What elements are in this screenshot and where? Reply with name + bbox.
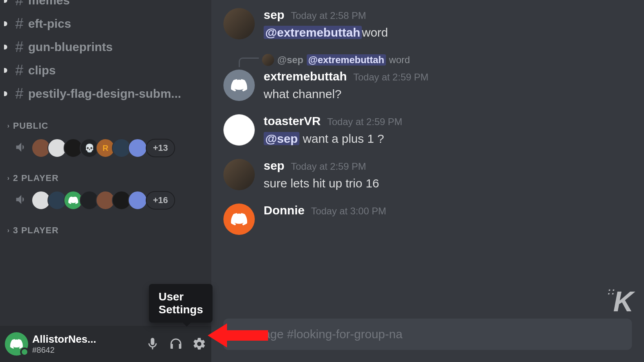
message[interactable]: toasterVR Today at 2:59 PM @sep want a p… [223, 114, 632, 148]
message[interactable]: Donnie Today at 3:00 PM [223, 204, 632, 235]
message-author[interactable]: extremebuttah [264, 70, 347, 83]
voice-channel-header[interactable]: › 3 PLAYER [7, 222, 211, 239]
tooltip-text: User Settings [159, 290, 203, 316]
channel-item[interactable]: # gun-blueprints [0, 35, 211, 59]
message-content: @sep want a plus 1 ? [264, 130, 632, 148]
voice-members: +16 [7, 191, 211, 210]
channel-label: memes [28, 0, 70, 7]
message-input[interactable]: Message #looking-for-group-na [223, 319, 632, 350]
message-avatar[interactable] [223, 8, 255, 39]
channel-item[interactable]: # pestily-flag-design-subm... [0, 82, 211, 105]
voice-channel-name: PUBLIC [13, 121, 48, 131]
voice-channel-name: 3 PLAYER [13, 225, 59, 236]
voice-channel-header[interactable]: › 2 PLAYER [7, 170, 211, 187]
hash-icon: # [15, 0, 23, 9]
reply-text: word [389, 54, 410, 66]
voice-member-avatar[interactable] [128, 191, 147, 210]
hash-icon: # [15, 39, 23, 56]
channel-item[interactable]: # eft-pics [0, 12, 211, 35]
voice-section: › 2 PLAYER +16 [0, 170, 211, 210]
channel-list: # memes # eft-pics # gun-blueprints # cl… [0, 0, 211, 326]
voice-section: › 3 PLAYER [0, 222, 211, 239]
chat-main: sep Today at 2:58 PM @extremebuttahword … [211, 0, 644, 362]
voice-channel-name: 2 PLAYER [13, 173, 59, 183]
message-content: @extremebuttahword [264, 23, 632, 41]
annotation-arrow-icon [208, 315, 272, 356]
message-content: what channel? [264, 85, 632, 103]
voice-member-avatar[interactable] [128, 138, 147, 158]
member-avatars[interactable]: +16 [35, 191, 175, 210]
message-timestamp: Today at 2:59 PM [291, 161, 366, 172]
reply-reference[interactable]: @sep @extremebuttah word [239, 53, 632, 67]
watermark: ::K [607, 286, 632, 318]
message-content: sure lets hit up trio 16 [264, 174, 632, 192]
unread-indicator [4, 68, 7, 73]
hash-icon: # [15, 62, 23, 79]
hash-icon: # [15, 85, 23, 102]
self-discriminator: #8642 [32, 346, 141, 355]
speaker-icon [14, 140, 28, 156]
self-user-info[interactable]: AllistorNes... #8642 [32, 333, 141, 355]
message[interactable]: sep Today at 2:58 PM @extremebuttahword [223, 8, 632, 41]
message-timestamp: Today at 2:59 PM [327, 116, 402, 128]
user-settings-tooltip: User Settings [149, 284, 213, 323]
voice-channel-header[interactable]: › PUBLIC [7, 117, 211, 134]
message-timestamp: Today at 2:58 PM [291, 10, 366, 21]
chevron-right-icon: › [7, 227, 10, 234]
reply-author: @sep [277, 54, 303, 66]
unread-indicator [4, 91, 7, 96]
channel-label: gun-blueprints [28, 40, 113, 54]
voice-member-overflow[interactable]: +16 [146, 191, 175, 210]
chevron-right-icon: › [7, 175, 10, 182]
user-panel: AllistorNes... #8642 [0, 326, 211, 362]
message-timestamp: Today at 3:00 PM [311, 206, 386, 217]
speaker-icon [14, 193, 28, 208]
chevron-right-icon: › [7, 122, 10, 130]
user-settings-button[interactable] [192, 337, 206, 351]
status-online-icon [20, 348, 29, 356]
reply-avatar [262, 54, 274, 66]
channel-sidebar: # memes # eft-pics # gun-blueprints # cl… [0, 0, 211, 362]
channel-item[interactable]: # memes [0, 0, 211, 12]
mention[interactable]: @extremebuttah [307, 54, 386, 66]
message-author[interactable]: Donnie [264, 204, 305, 217]
message-author[interactable]: sep [264, 159, 285, 173]
channel-item[interactable]: # clips [0, 59, 211, 82]
hash-icon: # [15, 15, 23, 32]
reply-spine-icon [239, 58, 259, 67]
message-avatar[interactable] [223, 70, 255, 101]
unread-indicator [4, 45, 7, 49]
message-list[interactable]: sep Today at 2:58 PM @extremebuttahword … [211, 0, 644, 319]
mention[interactable]: @extremebuttah [264, 26, 362, 39]
voice-member-overflow[interactable]: +13 [146, 139, 175, 157]
svg-marker-2 [208, 323, 227, 348]
member-avatars[interactable]: 💀 R +13 [35, 138, 175, 158]
unread-indicator [4, 21, 7, 26]
channel-label: pestily-flag-design-subm... [28, 87, 181, 101]
unread-indicator [4, 0, 7, 3]
message-author[interactable]: sep [264, 8, 285, 22]
user-controls [145, 337, 206, 351]
channel-label: clips [28, 64, 56, 77]
mention[interactable]: @sep [264, 132, 299, 145]
message-author[interactable]: toasterVR [264, 114, 321, 128]
message[interactable]: sep Today at 2:59 PM sure lets hit up tr… [223, 159, 632, 192]
message-avatar[interactable] [223, 114, 255, 146]
message-with-reply[interactable]: @sep @extremebuttah word extremebuttah T… [223, 53, 632, 103]
mute-button[interactable] [145, 337, 160, 351]
voice-members: 💀 R +13 [7, 138, 211, 158]
message-timestamp: Today at 2:59 PM [353, 72, 429, 83]
voice-section: › PUBLIC 💀 R +13 [0, 117, 211, 158]
channel-label: eft-pics [28, 17, 71, 31]
message-avatar[interactable] [223, 159, 255, 190]
message-input-container: Message #looking-for-group-na [211, 319, 644, 362]
message-avatar[interactable] [223, 204, 255, 235]
self-avatar[interactable] [5, 332, 28, 356]
self-username: AllistorNes... [32, 333, 141, 346]
deafen-button[interactable] [169, 337, 183, 351]
